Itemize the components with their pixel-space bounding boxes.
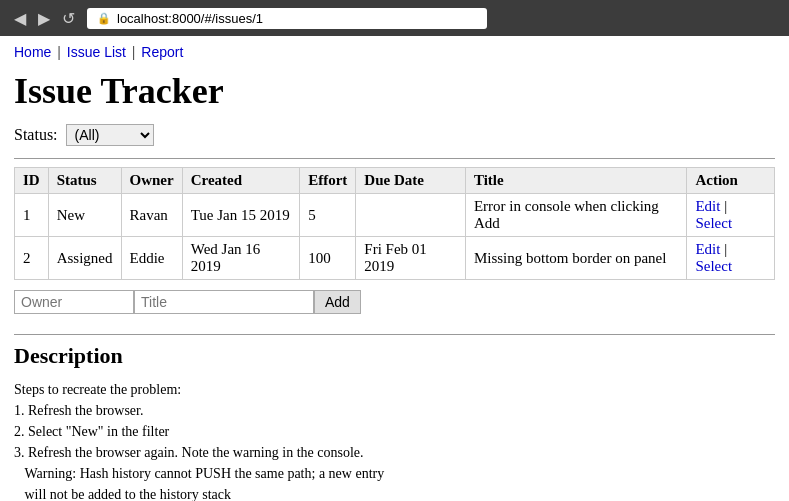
cell-owner: Ravan	[121, 194, 182, 237]
issues-table: ID Status Owner Created Effort Due Date …	[14, 167, 775, 280]
cell-id: 1	[15, 194, 49, 237]
divider-bottom	[14, 334, 775, 335]
cell-owner: Eddie	[121, 237, 182, 280]
browser-controls: ◀ ▶ ↺	[10, 7, 79, 30]
cell-created: Tue Jan 15 2019	[182, 194, 299, 237]
col-action: Action	[687, 168, 775, 194]
status-label: Status:	[14, 126, 58, 144]
action-sep: |	[724, 241, 727, 257]
back-button[interactable]: ◀	[10, 7, 30, 30]
cell-created: Wed Jan 16 2019	[182, 237, 299, 280]
cell-status: Assigned	[48, 237, 121, 280]
status-select[interactable]: (All) New Assigned Fixed Closed	[66, 124, 154, 146]
page-content: Home | Issue List | Report Issue Tracker…	[0, 36, 789, 501]
cell-action: Edit | Select	[687, 237, 775, 280]
add-button[interactable]: Add	[314, 290, 361, 314]
col-created: Created	[182, 168, 299, 194]
nav-bar: Home | Issue List | Report	[14, 44, 775, 60]
url-text: localhost:8000/#/issues/1	[117, 11, 263, 26]
nav-issue-list[interactable]: Issue List	[67, 44, 126, 60]
cell-due-date	[356, 194, 466, 237]
address-bar[interactable]: 🔒 localhost:8000/#/issues/1	[87, 8, 487, 29]
forward-button[interactable]: ▶	[34, 7, 54, 30]
nav-sep-1: |	[57, 44, 65, 60]
owner-input[interactable]	[14, 290, 134, 314]
action-sep: |	[724, 198, 727, 214]
table-header-row: ID Status Owner Created Effort Due Date …	[15, 168, 775, 194]
description-text: Steps to recreate the problem: 1. Refres…	[14, 379, 775, 501]
reload-button[interactable]: ↺	[58, 7, 79, 30]
status-row: Status: (All) New Assigned Fixed Closed	[14, 124, 775, 146]
col-status: Status	[48, 168, 121, 194]
nav-report[interactable]: Report	[141, 44, 183, 60]
browser-bar: ◀ ▶ ↺ 🔒 localhost:8000/#/issues/1	[0, 0, 789, 36]
description-heading: Description	[14, 343, 775, 369]
select-link[interactable]: Select	[695, 258, 732, 274]
edit-link[interactable]: Edit	[695, 241, 720, 257]
cell-title: Missing bottom border on panel	[465, 237, 687, 280]
select-link[interactable]: Select	[695, 215, 732, 231]
add-form: Add	[14, 290, 775, 314]
col-due-date: Due Date	[356, 168, 466, 194]
title-input[interactable]	[134, 290, 314, 314]
cell-id: 2	[15, 237, 49, 280]
nav-home[interactable]: Home	[14, 44, 51, 60]
cell-action: Edit | Select	[687, 194, 775, 237]
table-row: 1 New Ravan Tue Jan 15 2019 5 Error in c…	[15, 194, 775, 237]
cell-effort: 5	[300, 194, 356, 237]
col-title: Title	[465, 168, 687, 194]
page-title: Issue Tracker	[14, 70, 775, 112]
edit-link[interactable]: Edit	[695, 198, 720, 214]
cell-effort: 100	[300, 237, 356, 280]
table-row: 2 Assigned Eddie Wed Jan 16 2019 100 Fri…	[15, 237, 775, 280]
col-owner: Owner	[121, 168, 182, 194]
col-effort: Effort	[300, 168, 356, 194]
cell-title: Error in console when clicking Add	[465, 194, 687, 237]
cell-status: New	[48, 194, 121, 237]
col-id: ID	[15, 168, 49, 194]
divider-top	[14, 158, 775, 159]
cell-due-date: Fri Feb 01 2019	[356, 237, 466, 280]
nav-sep-2: |	[132, 44, 140, 60]
lock-icon: 🔒	[97, 12, 111, 25]
